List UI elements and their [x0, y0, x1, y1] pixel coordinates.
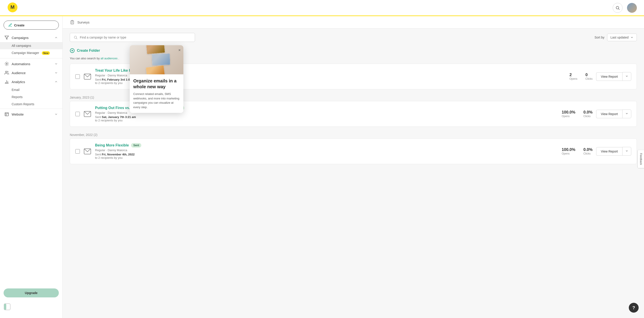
- tooltip-body: Organize emails in a whole new way Conne…: [130, 74, 183, 113]
- surveys-icon: [70, 20, 75, 25]
- view-report-button-1[interactable]: View Report: [596, 72, 622, 81]
- sidebar-item-email[interactable]: Email: [0, 86, 62, 93]
- sidebar-item-campaigns[interactable]: Campaigns: [0, 33, 62, 42]
- clicks-stat-2: 0.0% Clicks: [584, 110, 592, 118]
- view-report-button-3[interactable]: View Report: [596, 147, 622, 156]
- view-report-dropdown-1[interactable]: [622, 72, 631, 81]
- create-folder-label: Create Folder: [77, 49, 100, 53]
- dropdown-chevron-icon: [625, 75, 628, 78]
- create-button[interactable]: Create: [4, 21, 59, 30]
- campaign-email-icon-3: [84, 147, 92, 155]
- avatar[interactable]: [627, 3, 637, 13]
- clicks-stat-3: 0.0% Clicks: [584, 147, 592, 155]
- campaign-recipients-2: to 2 recipients by you: [95, 119, 558, 122]
- clicks-stat-1: 0 Clicks: [586, 73, 592, 80]
- tooltip-title: Organize emails in a whole new way: [133, 78, 180, 90]
- campaign-checkbox-2[interactable]: [75, 112, 80, 116]
- sidebar-item-audience[interactable]: Audience: [0, 68, 62, 77]
- sort-label: Sort by: [594, 36, 604, 39]
- opens-stat-2: 100.0% Opens: [562, 110, 575, 118]
- tooltip-panel: × Organize emails in a whole new way Con…: [130, 45, 183, 113]
- svg-rect-15: [72, 20, 73, 21]
- create-label: Create: [14, 23, 24, 27]
- sidebar-toggle-icon[interactable]: [4, 303, 11, 310]
- svg-point-18: [74, 36, 77, 39]
- campaign-email-icon-2: [84, 110, 92, 118]
- sidebar-item-website[interactable]: Website: [0, 110, 62, 119]
- chevron-up-icon-2: [54, 80, 58, 84]
- campaign-actions-2: View Report: [596, 109, 631, 118]
- campaign-checkbox-1[interactable]: [75, 74, 80, 79]
- sidebar-item-analytics[interactable]: Analytics: [0, 77, 62, 86]
- svg-point-2: [616, 6, 619, 9]
- sidebar: Create Campaigns All campaigns Campaign …: [0, 16, 62, 318]
- view-report-button-2[interactable]: View Report: [596, 110, 622, 118]
- campaign-sent-3: Sent Fri, November 4th, 2022: [95, 153, 558, 156]
- search-button[interactable]: [613, 3, 622, 13]
- campaign-toolbar: Sort by Last updated: [70, 33, 637, 42]
- campaign-actions-3: View Report: [596, 147, 631, 156]
- campaign-stats-3: 100.0% Opens 0.0% Clicks: [562, 147, 592, 155]
- chevron-up-icon: [54, 36, 58, 39]
- dropdown-chevron-icon-3: [625, 149, 628, 152]
- search-box-icon: [74, 35, 78, 39]
- view-report-dropdown-3[interactable]: [622, 147, 631, 156]
- campaigns-label: Campaigns: [12, 36, 28, 40]
- campaign-sent-2: Sent Sat, January 7th 3:21 am: [95, 115, 558, 119]
- sidebar-item-campaign-manager[interactable]: Campaign Manager New: [0, 49, 62, 56]
- search-input[interactable]: [80, 36, 191, 39]
- svg-line-19: [76, 38, 77, 39]
- tooltip-description: Connect related emails, SMS webhooks, an…: [133, 92, 180, 109]
- topbar-right: [613, 3, 637, 13]
- opens-stat-1: 2 Opens: [570, 73, 577, 80]
- upgrade-button[interactable]: Upgrade: [4, 288, 59, 297]
- svg-text:M: M: [10, 4, 14, 10]
- campaign-email-icon: [84, 73, 92, 81]
- sidebar-item-reports[interactable]: Reports: [0, 93, 62, 101]
- chevron-down-icon-2: [54, 71, 58, 75]
- sidebar-bottom: [0, 301, 62, 313]
- campaign-stats-1: 2 Opens 0 Clicks: [570, 73, 592, 80]
- sent-badge-3: Sent: [131, 143, 141, 147]
- campaign-recipients-3: to 2 recipients by you: [95, 156, 558, 160]
- sort-value: Last updated: [610, 36, 628, 39]
- all-audiences-link[interactable]: all audiences: [100, 57, 118, 60]
- logo[interactable]: M: [7, 2, 18, 14]
- campaign-meta-3: Regular · Danny Maiorca: [95, 148, 558, 152]
- sidebar-item-custom-reports[interactable]: Custom Reports: [0, 101, 62, 108]
- campaign-checkbox-3[interactable]: [75, 149, 80, 154]
- help-button[interactable]: ?: [629, 303, 639, 313]
- campaign-info-3: Being More Flexible Sent Regular · Danny…: [95, 143, 558, 160]
- chevron-down-icon: [54, 62, 58, 66]
- sidebar-item-automations[interactable]: Automations: [0, 59, 62, 68]
- dropdown-chevron-icon-2: [625, 112, 628, 115]
- chevron-down-icon-3: [54, 112, 58, 116]
- sort-area: Sort by Last updated: [594, 34, 637, 41]
- feedback-tab[interactable]: Feedback: [638, 150, 644, 169]
- sidebar-item-all-campaigns[interactable]: All campaigns: [0, 42, 62, 49]
- tooltip-close-button[interactable]: ×: [178, 48, 181, 53]
- campaign-title-3[interactable]: Being More Flexible: [95, 143, 129, 147]
- svg-point-5: [5, 71, 7, 73]
- sort-dropdown[interactable]: Last updated: [607, 34, 637, 41]
- opens-stat-3: 100.0% Opens: [562, 147, 575, 155]
- campaign-stats-2: 100.0% Opens 0.0% Clicks: [562, 110, 592, 118]
- sort-chevron-icon: [630, 36, 634, 39]
- svg-rect-14: [4, 304, 6, 310]
- month-header-nov: November, 2022 (2): [70, 129, 637, 138]
- surveys-bar: Surveys: [62, 16, 644, 29]
- svg-point-4: [6, 63, 8, 65]
- search-box: [70, 33, 195, 42]
- svg-rect-10: [5, 113, 8, 116]
- main-content: Surveys Sort by Last updated: [62, 16, 644, 318]
- topbar: M: [0, 0, 644, 16]
- view-report-dropdown-2[interactable]: [622, 109, 631, 118]
- app-layout: Create Campaigns All campaigns Campaign …: [0, 16, 644, 318]
- campaign-card-3: Being More Flexible Sent Regular · Danny…: [70, 138, 637, 164]
- campaign-actions-1: View Report: [596, 72, 631, 81]
- create-folder-icon: [70, 48, 75, 53]
- svg-line-3: [618, 9, 620, 10]
- new-badge: New: [42, 51, 50, 55]
- surveys-label: Surveys: [77, 20, 90, 24]
- campaigns-section: Campaigns All campaigns Campaign Manager…: [0, 32, 62, 57]
